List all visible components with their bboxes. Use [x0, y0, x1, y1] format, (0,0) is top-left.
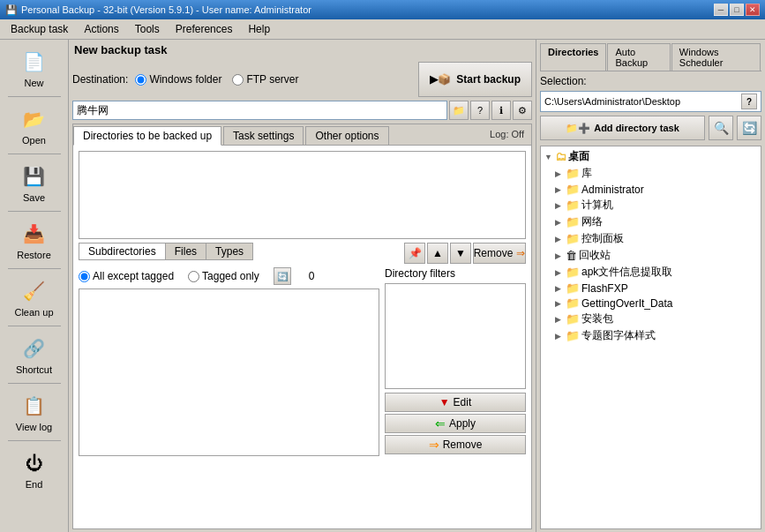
filter-panel: Directory filters ▼ Edit ⇐ Apply ⇒ Rem: [385, 267, 526, 456]
toolbar-end-button[interactable]: ⏻ End: [4, 445, 65, 494]
selection-help-button[interactable]: ?: [741, 94, 757, 109]
menu-actions[interactable]: Actions: [77, 21, 125, 37]
dest-settings-button[interactable]: ⚙: [513, 101, 532, 120]
expand-icon-install: ▶: [555, 315, 564, 324]
sub-tab-files[interactable]: Files: [165, 243, 206, 260]
title-bar-left: 💾 Personal Backup - 32-bit (Version 5.9.…: [5, 4, 311, 16]
minimize-button[interactable]: ─: [714, 4, 728, 16]
right-tab-auto-backup[interactable]: Auto Backup: [607, 43, 670, 71]
tree-label-getting: GettingOverIt_Data: [581, 297, 672, 310]
folder-icon-install: 📁: [566, 312, 580, 326]
search-button[interactable]: 🔍: [709, 116, 733, 140]
toolbar-cleanup-button[interactable]: 🧹 Clean up: [4, 273, 65, 322]
move-up-button[interactable]: ▲: [427, 243, 448, 264]
radio-windows-input[interactable]: [135, 74, 146, 86]
tree-item-fonts[interactable]: ▶ 📁 专题图字体样式: [543, 327, 759, 344]
tree-item-gettingover[interactable]: ▶ 📁 GettingOverIt_Data: [543, 296, 759, 311]
compare-button[interactable]: 🔄: [737, 116, 761, 140]
toolbar-open-button[interactable]: 📂 Open: [4, 101, 65, 150]
remove-filter-button[interactable]: ⇒ Remove: [385, 435, 526, 454]
folder-icon-lib: 📁: [566, 167, 580, 180]
radio-windows-label: Windows folder: [149, 73, 221, 86]
open-icon: 📂: [20, 105, 49, 133]
subdir-list[interactable]: [79, 288, 379, 456]
tree-item-computer[interactable]: ▶ 📁 计算机: [543, 197, 759, 214]
tree-item-control-panel[interactable]: ▶ 📁 控制面板: [543, 230, 759, 247]
tree-item-install[interactable]: ▶ 📁 安装包: [543, 311, 759, 327]
right-tab-directories[interactable]: Directories: [540, 43, 606, 71]
tabs-area: Directories to be backed up Task setting…: [72, 124, 532, 529]
menu-help[interactable]: Help: [241, 21, 277, 37]
tree-label-flash: FlashFXP: [581, 282, 628, 295]
close-button[interactable]: ✕: [746, 4, 760, 16]
move-down-button[interactable]: ▼: [450, 243, 471, 264]
dest-info-button[interactable]: ℹ: [491, 101, 511, 120]
tree-label-recycle: 回收站: [579, 248, 611, 263]
tree-item-recycle[interactable]: ▶ 🗑 回收站: [543, 247, 759, 264]
tree-item-flashfxp[interactable]: ▶ 📁 FlashFXP: [543, 281, 759, 296]
tab-task-settings[interactable]: Task settings: [223, 126, 304, 145]
toolbar-divider-2: [8, 154, 61, 154]
radio-all-except[interactable]: All except tagged: [79, 270, 174, 282]
tree-item-apk[interactable]: ▶ 📁 apk文件信息提取取: [543, 264, 759, 281]
add-directory-button[interactable]: 📁➕ Add directory task: [540, 116, 705, 140]
tab-directories[interactable]: Directories to be backed up: [73, 126, 221, 146]
menu-tools[interactable]: Tools: [128, 21, 167, 37]
apply-filter-button[interactable]: ⇐ Apply: [385, 414, 526, 433]
pin-button[interactable]: 📌: [404, 243, 425, 264]
tree-item-admin[interactable]: ▶ 📁 Administrator: [543, 182, 759, 197]
expand-icon-apk: ▶: [555, 268, 564, 277]
sub-tab-subdirectories[interactable]: Subdirectories: [79, 243, 166, 260]
tree-item-network[interactable]: ▶ 📁 网络: [543, 214, 759, 230]
radio-all-except-input[interactable]: [79, 271, 90, 282]
destination-input-row: 📁 ? ℹ ⚙: [72, 101, 532, 120]
toolbar-divider-4: [8, 268, 61, 269]
remove-label: Remove: [443, 438, 483, 451]
radio-ftp-server[interactable]: FTP server: [232, 73, 298, 86]
tab-other-options[interactable]: Other options: [305, 126, 388, 145]
filter-list[interactable]: [385, 283, 526, 389]
toolbar-restore-button[interactable]: 📥 Restore: [4, 215, 65, 265]
tree-item-desktop[interactable]: ▼ 🗂 桌面: [543, 148, 759, 165]
tree-label-computer: 计算机: [581, 198, 613, 213]
selection-path: C:\Users\Administrator\Desktop ?: [540, 91, 761, 112]
expand-icon-lib: ▶: [555, 169, 564, 178]
radio-windows-folder[interactable]: Windows folder: [135, 73, 221, 86]
maximize-button[interactable]: □: [730, 4, 744, 16]
destination-input[interactable]: [72, 101, 447, 120]
right-tab-scheduler[interactable]: Windows Scheduler: [671, 43, 761, 71]
title-bar: 💾 Personal Backup - 32-bit (Version 5.9.…: [0, 0, 765, 19]
tree-item-library[interactable]: ▶ 📁 库: [543, 165, 759, 182]
directory-list-area[interactable]: [79, 151, 526, 239]
toolbar-cleanup-label: Clean up: [14, 307, 53, 318]
directory-tree[interactable]: ▼ 🗂 桌面 ▶ 📁 库 ▶ 📁 Administrator ▶ 📁 计算机 ▶: [540, 146, 761, 529]
folder-icon: 🗂: [555, 150, 566, 163]
menu-preferences[interactable]: Preferences: [169, 21, 240, 37]
dest-help-button[interactable]: ?: [470, 101, 490, 120]
expand-icon-fonts: ▶: [555, 332, 564, 341]
toolbar-shortcut-button[interactable]: 🔗 Shortcut: [4, 330, 65, 379]
radio-ftp-input[interactable]: [232, 74, 244, 86]
cleanup-icon: 🧹: [20, 277, 49, 305]
dest-browse-button[interactable]: 📁: [449, 101, 469, 120]
subdirs-radio-row: All except tagged Tagged only 🔄 0: [79, 267, 379, 285]
remove-dir-button[interactable]: Remove ⇒: [473, 243, 526, 264]
sub-tab-types[interactable]: Types: [206, 243, 253, 260]
radio-tagged-input[interactable]: [188, 271, 199, 282]
toolbar-save-button[interactable]: 💾 Save: [4, 158, 65, 207]
toolbar-end-label: End: [26, 479, 43, 490]
toolbar-new-button[interactable]: 📄 New: [4, 43, 65, 93]
log-status: Log: Off: [483, 126, 531, 145]
page-title: New backup task: [72, 43, 532, 56]
tree-label-apk: apk文件信息提取取: [581, 265, 672, 280]
viewlog-icon: 📋: [20, 392, 49, 420]
toolbar-viewlog-button[interactable]: 📋 View log: [4, 387, 65, 437]
menu-backup-task[interactable]: Backup task: [4, 21, 75, 37]
start-backup-button[interactable]: ▶📦 Start backup: [418, 62, 532, 97]
refresh-button[interactable]: 🔄: [274, 267, 291, 285]
destination-row: Destination: Windows folder FTP server ▶…: [72, 62, 532, 97]
edit-filter-button[interactable]: ▼ Edit: [385, 393, 526, 412]
toolbar-divider-6: [8, 383, 61, 384]
radio-tagged-only[interactable]: Tagged only: [188, 270, 259, 282]
shortcut-icon: 🔗: [20, 334, 49, 363]
